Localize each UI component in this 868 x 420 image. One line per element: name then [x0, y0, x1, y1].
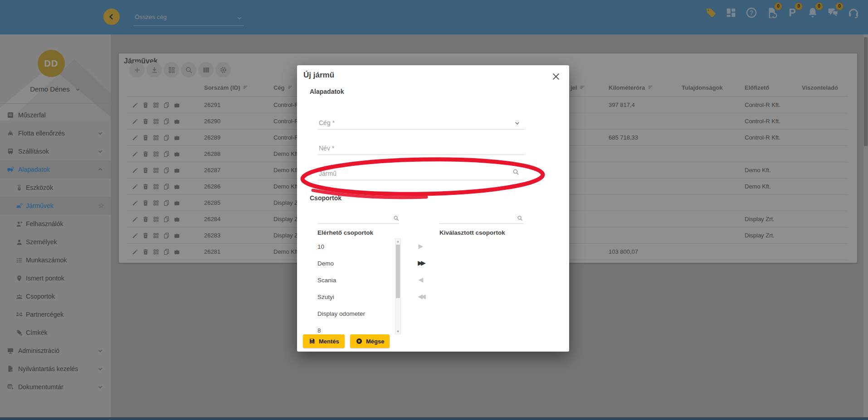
new-vehicle-dialog: Új jármű Alapadatok Csoportok Elérhető c… — [297, 65, 569, 352]
available-group-item[interactable]: Display odometer — [317, 305, 392, 322]
close-icon[interactable] — [551, 72, 561, 82]
name-field[interactable] — [317, 141, 525, 155]
selected-groups-search-input[interactable] — [439, 213, 524, 224]
available-groups-list: 10DemoScaniaSzutyiDisplay odometer8 — [317, 238, 392, 333]
scroll-up-icon[interactable]: ▲ — [395, 240, 400, 243]
chevron-down-icon[interactable] — [514, 120, 521, 126]
save-button[interactable]: Mentés — [303, 334, 345, 348]
available-group-item[interactable]: Szutyi — [317, 289, 392, 305]
save-icon — [308, 338, 316, 345]
available-groups-title: Elérhető csoportok — [317, 229, 373, 236]
move-all-left-icon[interactable]: ◀◀ — [413, 290, 429, 302]
list-scrollbar[interactable]: ▲ ▼ — [395, 238, 401, 334]
company-field[interactable] — [317, 116, 525, 130]
cancel-button[interactable]: Mégse — [350, 334, 390, 348]
available-group-item[interactable]: 10 — [317, 238, 392, 255]
section-csoportok: Csoportok — [310, 194, 341, 202]
scroll-down-icon[interactable]: ▼ — [395, 330, 400, 333]
move-right-icon[interactable]: ▶ — [413, 240, 429, 252]
move-left-icon[interactable]: ◀ — [413, 274, 429, 285]
move-all-right-icon[interactable]: ▶▶ — [413, 257, 429, 269]
app-screen: Összes cég 0 0 0 0 DD — [0, 0, 868, 420]
selected-groups-title: Kiválasztott csoportok — [439, 229, 505, 236]
list-scrollbar-thumb[interactable] — [396, 245, 400, 298]
cancel-icon — [356, 338, 363, 345]
available-group-item[interactable]: 8 — [317, 322, 392, 333]
vehicle-field[interactable] — [317, 167, 525, 180]
available-groups-search-input[interactable] — [317, 213, 399, 224]
section-alapadatok: Alapadatok — [310, 88, 344, 95]
available-group-item[interactable]: Scania — [317, 272, 392, 289]
search-icon — [393, 215, 400, 222]
search-icon — [517, 215, 523, 222]
search-icon[interactable] — [512, 168, 520, 176]
available-group-item[interactable]: Demo — [317, 255, 392, 272]
dialog-title: Új jármű — [303, 71, 334, 80]
